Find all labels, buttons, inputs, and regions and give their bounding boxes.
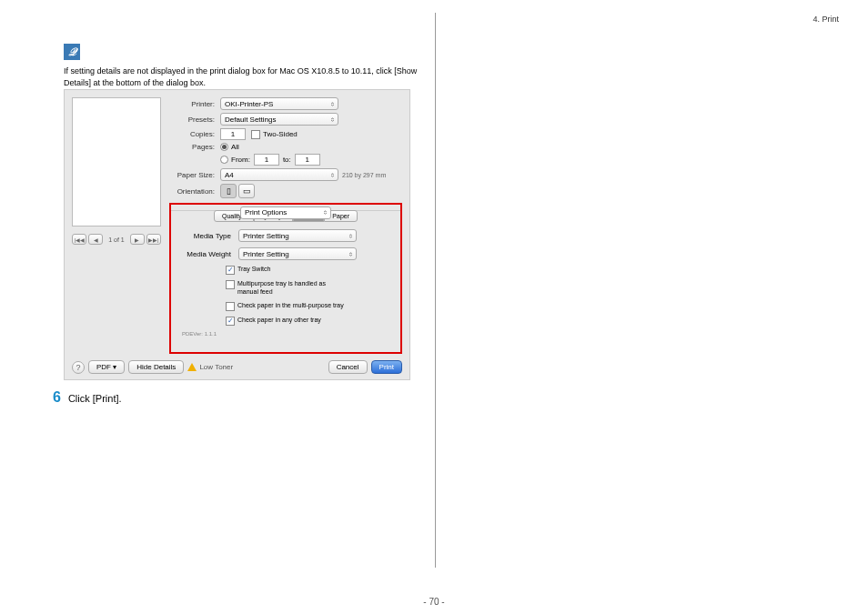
step-text: Click [Print]. <box>68 393 122 404</box>
hide-details-button[interactable]: Hide Details <box>128 360 184 374</box>
orientation-portrait-icon[interactable]: ▯ <box>220 184 237 198</box>
check-other-label: Check paper in any other tray <box>237 317 321 325</box>
paper-size-label: Paper Size: <box>169 171 220 179</box>
media-weight-select[interactable]: Printer Setting <box>238 247 357 260</box>
help-button[interactable]: ? <box>72 361 85 374</box>
warning-icon <box>187 363 197 371</box>
pages-from-label: From: <box>231 156 250 164</box>
highlighted-feed-panel: Quality1 Quality2 Feed Paper Media Type … <box>169 203 402 354</box>
low-toner-status: Low Toner <box>187 363 233 371</box>
nav-first-icon[interactable]: |◀◀ <box>72 234 86 245</box>
step-number: 6 <box>53 389 61 406</box>
copies-input[interactable]: 1 <box>220 128 246 140</box>
column-divider <box>435 13 436 568</box>
paper-dims: 210 by 297 mm <box>342 172 386 178</box>
media-weight-label: Media Weight <box>180 250 238 258</box>
print-dialog-screenshot: |◀◀ ◀ 1 of 1 ▶ ▶▶| Printer: OKI-Printer-… <box>64 89 410 380</box>
header-section: 4. Print <box>812 15 839 24</box>
orientation-landscape-icon[interactable]: ▭ <box>238 184 255 198</box>
nav-prev-icon[interactable]: ◀ <box>88 234 103 245</box>
page-navigator: |◀◀ ◀ 1 of 1 ▶ ▶▶| <box>72 234 161 245</box>
two-sided-checkbox[interactable] <box>251 130 260 139</box>
dialog-footer: ? PDF ▾ Hide Details Low Toner Cancel Pr… <box>72 360 402 374</box>
note-info-icon: 𝒬 <box>64 44 80 60</box>
mpt-manual-checkbox[interactable] <box>226 280 235 289</box>
note-text: If setting details are not displayed in … <box>64 65 428 89</box>
pages-all-label: All <box>231 143 239 151</box>
check-mpt-checkbox[interactable] <box>226 302 235 311</box>
nav-next-icon[interactable]: ▶ <box>130 234 145 245</box>
pages-from-radio[interactable] <box>220 156 228 164</box>
pdf-button[interactable]: PDF ▾ <box>88 360 125 374</box>
mpt-manual-label: Multipurpose tray is handled as manual f… <box>237 280 338 297</box>
panel-select[interactable]: Print Options <box>240 206 331 219</box>
media-type-select[interactable]: Printer Setting <box>238 229 357 242</box>
copies-label: Copies: <box>169 130 220 138</box>
two-sided-label: Two-Sided <box>263 130 298 138</box>
media-type-label: Media Type <box>180 232 238 240</box>
pages-to-label: to: <box>279 156 295 164</box>
page-preview <box>72 97 161 226</box>
check-other-checkbox[interactable]: ✓ <box>226 317 235 326</box>
presets-label: Presets: <box>169 116 220 124</box>
pages-to-input[interactable]: 1 <box>295 154 320 166</box>
print-button[interactable]: Print <box>371 360 402 374</box>
pages-from-input[interactable]: 1 <box>254 154 279 166</box>
page-number: - 70 - <box>0 597 868 607</box>
paper-size-select[interactable]: A4 <box>220 168 338 181</box>
step-6: 6 Click [Print]. <box>53 389 122 406</box>
check-mpt-label: Check paper in the multi-purpose tray <box>237 302 344 310</box>
pde-version: PDEVer: 1.1.1 <box>182 331 391 337</box>
orientation-label: Orientation: <box>169 187 220 196</box>
printer-select[interactable]: OKI-Printer-PS <box>220 97 338 110</box>
nav-page-count: 1 of 1 <box>105 237 128 243</box>
tray-switch-label: Tray Switch <box>237 266 270 274</box>
cancel-button[interactable]: Cancel <box>328 360 368 374</box>
pages-all-radio[interactable] <box>220 143 228 151</box>
presets-select[interactable]: Default Settings <box>220 113 338 126</box>
tray-switch-checkbox[interactable]: ✓ <box>226 266 235 275</box>
pages-label: Pages: <box>169 143 220 151</box>
note-block: 𝒬 If setting details are not displayed i… <box>64 44 428 89</box>
printer-label: Printer: <box>169 100 220 108</box>
low-toner-label: Low Toner <box>199 363 233 371</box>
nav-last-icon[interactable]: ▶▶| <box>146 234 161 245</box>
